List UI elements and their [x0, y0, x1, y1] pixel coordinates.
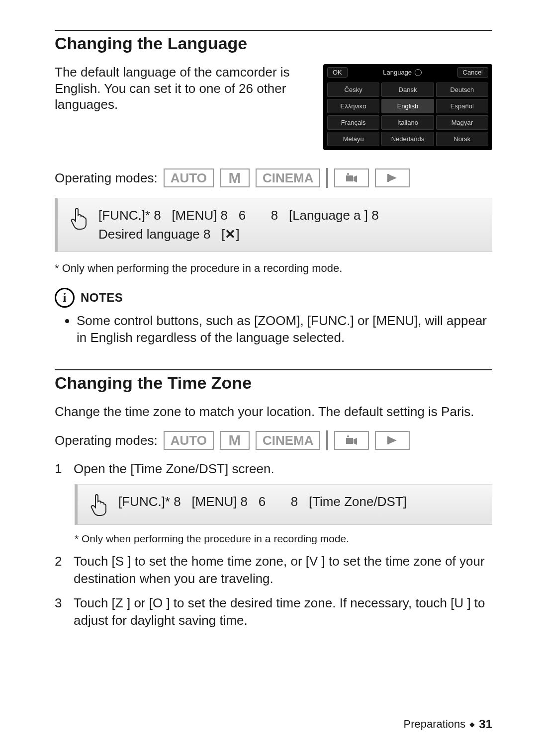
language-option: Italiano [381, 115, 434, 130]
step-number: 1 [55, 460, 67, 478]
language-option: Español [436, 99, 488, 113]
operating-modes-row-2: Operating modes: AUTO M CINEMA [55, 430, 492, 450]
proc-sep: 8 [174, 494, 180, 509]
svg-marker-8 [389, 437, 397, 444]
proc-sep: 8 [371, 208, 378, 223]
mode-auto: AUTO [164, 168, 214, 187]
step-number: 3 [55, 594, 67, 629]
operating-modes-label: Operating modes: [55, 170, 158, 186]
page-footer: Preparations ◆ 31 [404, 717, 492, 731]
proc-bracket-close: ] [236, 227, 239, 242]
page-number: 31 [479, 717, 492, 731]
language-option: Deutsch [436, 83, 488, 97]
language-option: Česky [327, 83, 379, 97]
section-heading-timezone: Changing the Time Zone [55, 369, 492, 393]
footnote-language: * Only when performing the procedure in … [55, 262, 492, 275]
language-option: Magyar [436, 115, 488, 130]
intro-language: The default language of the camcorder is… [55, 64, 303, 113]
step-2-text: Touch [S ] to set the home time zone, or… [74, 553, 492, 588]
mode-play-icon [375, 168, 410, 187]
step-number: 2 [55, 553, 67, 588]
procedure-text-timezone: [FUNC.]* 8 [MENU] 8 6 8 [Time Zone/DST] [118, 493, 407, 511]
svg-rect-5 [346, 438, 353, 444]
proc-six: 6 [239, 208, 246, 223]
language-option: English [381, 99, 434, 113]
step-1: 1 Open the [Time Zone/DST] screen. [FUNC… [55, 460, 492, 545]
operating-modes-label: Operating modes: [55, 433, 158, 448]
proc-timezone-item: [Time Zone/DST] [309, 494, 407, 509]
proc-menu: [MENU] [191, 494, 237, 509]
mode-play-icon [375, 431, 410, 450]
mode-cinema: CINEMA [256, 431, 321, 450]
note-bullet: Some control buttons, such as [ZOOM], [F… [77, 313, 492, 346]
proc-sep: 8 [154, 208, 161, 223]
panel-cancel-button: Cancel [457, 67, 488, 78]
svg-marker-3 [389, 174, 397, 181]
notes-label: NOTES [81, 291, 123, 305]
mode-record-icon [334, 431, 369, 450]
procedure-text-language: [FUNC.]* 8 [MENU] 8 6 8 [Language a ] 8 … [98, 206, 379, 244]
proc-sep: 8 [291, 494, 298, 509]
panel-ok-button: OK [327, 67, 348, 78]
svg-point-7 [347, 435, 349, 437]
language-option: Ελληνικα [327, 99, 379, 113]
language-option: Français [327, 115, 379, 130]
touch-icon [70, 206, 90, 230]
footnote-timezone: * Only when performing the procedure in … [75, 532, 492, 546]
mode-manual: M [220, 431, 250, 450]
svg-rect-0 [346, 175, 353, 181]
proc-bracket-open: [ [221, 227, 225, 242]
proc-sep: 8 [241, 494, 248, 509]
close-x-icon: ✕ [225, 225, 236, 244]
footer-chapter: Preparations [404, 718, 466, 731]
proc-func: [FUNC.]* [98, 208, 150, 223]
mode-record-icon [334, 168, 369, 187]
proc-six: 6 [259, 494, 266, 509]
proc-func: [FUNC.]* [118, 494, 170, 509]
panel-title-text: Language [383, 69, 412, 76]
language-option: Nederlands [381, 132, 434, 146]
info-icon: i [55, 288, 75, 308]
proc-sep: 8 [271, 208, 278, 223]
step-3: 3 Touch [Z ] or [O ] to set the desired … [55, 594, 492, 629]
notes-heading: i NOTES [55, 288, 492, 308]
proc-menu: [MENU] [172, 208, 217, 223]
svg-marker-6 [354, 438, 357, 445]
proc-desired: Desired language [98, 227, 200, 242]
language-option: Melayu [327, 132, 379, 146]
step-1-text: Open the [Time Zone/DST] screen. [74, 460, 274, 478]
svg-rect-4 [387, 174, 389, 182]
language-panel-screenshot: OK Language Cancel ČeskyDanskDeutschΕλλη… [323, 64, 492, 150]
proc-sep: 8 [203, 227, 210, 242]
step-2: 2 Touch [S ] to set the home time zone, … [55, 553, 492, 588]
svg-rect-9 [387, 436, 389, 444]
language-option: Norsk [436, 132, 488, 146]
language-option: Dansk [381, 83, 434, 97]
panel-title: Language [351, 69, 454, 76]
svg-marker-1 [354, 175, 357, 182]
section-heading-language: Changing the Language [55, 30, 492, 53]
operating-modes-row: Operating modes: AUTO M CINEMA [55, 168, 492, 188]
step-3-text: Touch [Z ] or [O ] to set the desired ti… [74, 594, 492, 629]
mode-manual: M [220, 168, 250, 187]
proc-sep: 8 [221, 208, 228, 223]
touch-icon [90, 493, 109, 516]
mode-separator [326, 430, 328, 450]
procedure-box-timezone: [FUNC.]* 8 [MENU] 8 6 8 [Time Zone/DST] [75, 484, 492, 525]
mode-separator [326, 168, 328, 188]
mode-cinema: CINEMA [256, 168, 321, 187]
mode-auto: AUTO [164, 431, 214, 450]
intro-timezone: Change the time zone to match your locat… [55, 404, 492, 420]
footer-diamond-icon: ◆ [469, 720, 475, 728]
svg-point-2 [347, 173, 349, 175]
procedure-box-language: [FUNC.]* 8 [MENU] 8 6 8 [Language a ] 8 … [55, 198, 492, 252]
proc-language-item: [Language a ] [289, 208, 368, 223]
globe-icon [415, 69, 422, 76]
